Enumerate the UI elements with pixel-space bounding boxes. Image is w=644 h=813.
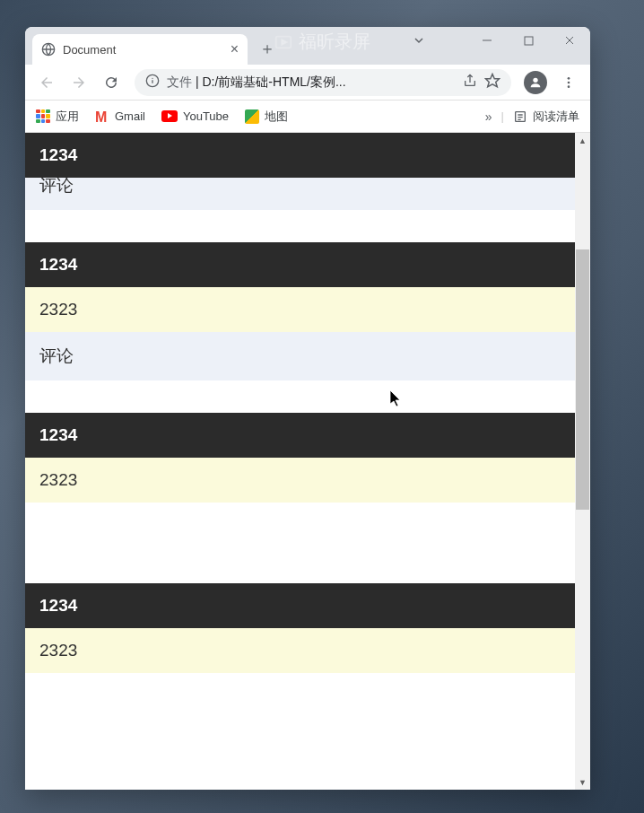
youtube-icon [161, 110, 178, 122]
bookmark-apps[interactable]: 应用 [36, 109, 79, 125]
vertical-scrollbar[interactable]: ▲ ▼ [575, 133, 590, 790]
gmail-icon [95, 109, 109, 124]
apps-grid-icon [36, 109, 50, 124]
back-button[interactable] [32, 68, 61, 97]
address-text: 文件 | D:/前端基础-HTML/案例... [167, 74, 456, 91]
svg-point-12 [568, 85, 570, 88]
reload-button[interactable] [97, 68, 126, 97]
star-icon[interactable] [484, 73, 500, 92]
window-controls [466, 27, 590, 54]
close-window-button[interactable] [549, 27, 590, 54]
profile-avatar[interactable] [524, 71, 547, 94]
forward-button[interactable] [65, 68, 93, 97]
cursor-icon [390, 390, 403, 408]
menu-button[interactable] [554, 68, 583, 97]
globe-icon [41, 42, 56, 57]
item-header: 1234 [25, 583, 575, 628]
tab-title: Document [63, 43, 116, 57]
item-header: 1234 [25, 242, 575, 287]
scrollbar-thumb[interactable] [576, 249, 589, 510]
close-tab-button[interactable]: × [231, 41, 239, 57]
bookmark-youtube[interactable]: YouTube [161, 109, 229, 123]
share-icon[interactable] [463, 74, 477, 91]
item-header: 1234 [25, 133, 575, 178]
item-body: 2323 [25, 628, 575, 673]
scroll-up-button[interactable]: ▲ [575, 133, 590, 148]
item-footer: 评论 [25, 332, 575, 380]
scroll-down-button[interactable]: ▼ [575, 774, 590, 790]
bookmark-gmail[interactable]: Gmail [95, 109, 145, 124]
address-bar[interactable]: 文件 | D:/前端基础-HTML/案例... [135, 69, 511, 96]
item-header: 1234 [25, 413, 575, 458]
svg-point-9 [533, 77, 537, 82]
list-item: 1234 2323 [25, 583, 575, 673]
svg-point-10 [568, 77, 570, 80]
bookmarks-overflow[interactable]: » [485, 109, 492, 124]
list-icon [513, 109, 527, 124]
tab-dropdown-icon[interactable] [413, 34, 424, 48]
svg-rect-4 [525, 37, 533, 45]
new-tab-button[interactable]: ＋ [255, 36, 280, 61]
browser-window: Document × ＋ 文件 | D:/前端基础-HTML/案例... [25, 27, 590, 790]
bookmark-maps[interactable]: 地图 [245, 109, 288, 125]
titlebar: Document × ＋ [25, 27, 590, 65]
toolbar: 文件 | D:/前端基础-HTML/案例... [25, 65, 590, 101]
info-icon [145, 74, 160, 91]
page-content: 1234 评论 1234 2323 评论 1234 2323 1234 2323 [25, 133, 575, 790]
item-body: 2323 [25, 287, 575, 332]
bookmarks-bar: 应用 Gmail YouTube 地图 » | 阅读清单 [25, 101, 590, 133]
list-item: 1234 [25, 133, 575, 162]
svg-marker-8 [486, 74, 500, 87]
bookmark-reading-list[interactable]: 阅读清单 [513, 109, 579, 125]
svg-point-11 [568, 81, 570, 83]
list-item: 1234 2323 评论 [25, 242, 575, 380]
browser-tab[interactable]: Document × [32, 34, 248, 65]
maximize-button[interactable] [508, 27, 549, 54]
minimize-button[interactable] [466, 27, 508, 54]
item-body: 2323 [25, 458, 575, 503]
maps-icon [245, 109, 259, 124]
list-item: 1234 2323 [25, 413, 575, 503]
content-area: 1234 评论 1234 2323 评论 1234 2323 1234 2323 [25, 133, 590, 790]
